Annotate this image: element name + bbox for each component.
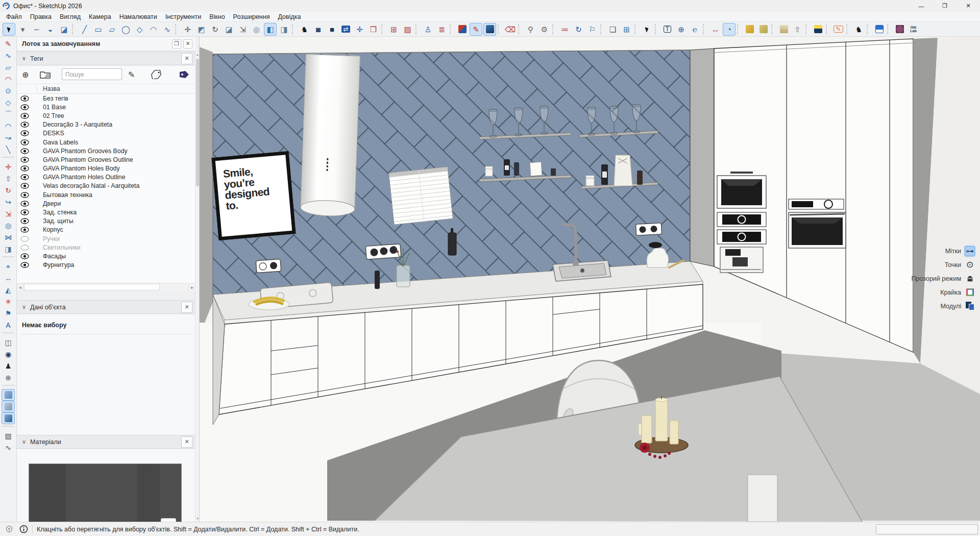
chevron-down-icon[interactable]: ∨	[22, 438, 26, 445]
lefttb-three-point-arc-icon[interactable]: ◠	[2, 120, 15, 132]
tag-row[interactable]: GAVA Phantom Holes Outline	[17, 173, 195, 182]
toolbar-move-extension-icon[interactable]: ✛	[353, 23, 366, 36]
lefttb-move-icon[interactable]: ✛	[2, 161, 15, 173]
tag-row[interactable]: Фурнитура	[17, 261, 195, 270]
rename-tag-icon[interactable]: ✎	[128, 70, 135, 80]
menu-item-6[interactable]: Вікно	[205, 12, 229, 21]
tag-label[interactable]: GAVA Phantom Grooves Outline	[43, 156, 133, 163]
tray-close-icon[interactable]: ✕	[183, 39, 192, 48]
toolbar-draw-edit-extension-icon[interactable]: ✎	[470, 23, 482, 36]
chevron-down-icon[interactable]: ∨	[22, 304, 26, 310]
smile-poster[interactable]: Smile,you’redesignedto.	[211, 151, 296, 241]
lefttb-arc-icon[interactable]: ◠	[2, 73, 15, 85]
overlay-button[interactable]: Прозорий режим	[912, 272, 975, 285]
toolbar-cursor-extension-icon[interactable]	[641, 23, 653, 36]
tag-label[interactable]: GAVA Phantom Holes Outline	[43, 174, 126, 181]
point-icon[interactable]: ⊙	[965, 260, 975, 270]
eye-hidden-icon[interactable]	[20, 245, 31, 251]
chevron-down-icon[interactable]: ∨	[22, 55, 26, 62]
toolbar-box-yellow-2-icon[interactable]	[757, 23, 770, 36]
overlay-button[interactable]: Мітки⊶	[912, 244, 975, 258]
cooker-hood[interactable]	[300, 53, 360, 217]
tag-label[interactable]: Без тегів	[43, 95, 68, 102]
close-button[interactable]: ✕	[957, 0, 980, 12]
materials-close-icon[interactable]: ✕	[181, 436, 192, 448]
menu-item-3[interactable]: Камера	[85, 12, 115, 21]
tag-icon[interactable]	[151, 70, 162, 79]
eye-hidden-icon[interactable]	[20, 236, 31, 242]
tag-label[interactable]: Бытовая техника	[43, 191, 92, 199]
toolbar-giblab-text[interactable]: Gib Lab	[907, 23, 920, 36]
add-tag-icon[interactable]: ⊕	[22, 70, 29, 80]
vscroll-thumb[interactable]	[196, 59, 199, 186]
toolbar-outer-shell-tool-icon[interactable]: ◧	[264, 23, 277, 36]
tag-row[interactable]: 02 Tree	[17, 111, 195, 120]
material-generate-button[interactable]: ✦✦	[161, 518, 176, 522]
spec-sheet[interactable]	[388, 166, 453, 225]
lefttb-smoove-icon[interactable]: ∿	[2, 442, 15, 453]
tag-label[interactable]: Velas decoração Natal - Aarquiteta	[43, 182, 139, 189]
lefttb-back-edges-mode-icon[interactable]	[2, 401, 15, 412]
toolbar-follow-me-tool-icon[interactable]: ◪	[223, 23, 235, 36]
toolbar-wedge-extension-icon[interactable]	[483, 23, 496, 36]
tag-row[interactable]: GAVA Phantom Grooves Outline	[17, 155, 195, 164]
tag-row[interactable]: Светильники	[17, 243, 195, 252]
tag-label[interactable]: GAVA Phantom Holes Body	[43, 165, 120, 172]
edge-icon[interactable]	[965, 287, 975, 298]
toolbar-magpie2-extension-icon[interactable]: ♞	[852, 23, 865, 36]
eye-visible-icon[interactable]	[20, 104, 31, 110]
toolbar-report-extension-icon[interactable]: ≔	[558, 23, 571, 36]
lefttb-text-label-icon[interactable]: ⚑	[2, 307, 15, 319]
lefttb-intersect-icon[interactable]: ◨	[2, 243, 15, 255]
menu-item-4[interactable]: Намалювати	[115, 12, 161, 21]
menu-item-0[interactable]: Файл	[2, 12, 26, 21]
toolbar-layers-extension-icon[interactable]: ■	[326, 23, 338, 36]
lefttb-offset-icon[interactable]: ◎	[2, 220, 15, 231]
wall-oven[interactable]	[789, 199, 846, 248]
toolbar-lift-extension-icon[interactable]: ⇧	[791, 23, 804, 36]
lefttb-pencil-icon[interactable]: ✎	[2, 38, 15, 50]
toolbar-text-tool-icon[interactable]: T	[661, 23, 674, 36]
toolbar-arc-tool-icon[interactable]: ◠	[147, 23, 160, 36]
eye-visible-icon[interactable]	[20, 192, 31, 198]
toolbar-polygon-tool-icon[interactable]: ◇	[133, 23, 146, 36]
menu-item-7[interactable]: Розширення	[229, 12, 274, 21]
tag-row[interactable]: GAVA Phantom Holes Body	[17, 164, 195, 173]
measurements-input[interactable]	[876, 524, 978, 534]
toolbar-rotated-rectangle-tool-icon[interactable]: ▱	[106, 23, 118, 36]
toolbar-settings-gear-icon[interactable]: ⚙	[538, 23, 551, 36]
tags-name-column[interactable]: Назва	[43, 85, 60, 92]
toolbar-intersect-tool-icon[interactable]: ◨	[278, 23, 290, 36]
toolbar-align-extension-icon[interactable]: ≣	[435, 23, 448, 36]
eye-visible-icon[interactable]	[20, 174, 31, 180]
tag-label[interactable]: 01 Base	[43, 104, 66, 111]
tag-label[interactable]: Двери	[43, 200, 61, 207]
toolbar-select-dropdown-icon[interactable]: ▾	[16, 23, 29, 36]
toolbar-orbit-extension-icon[interactable]: ↻	[572, 23, 585, 36]
toolbar-paint-setup-extension-icon[interactable]: ✎	[832, 23, 845, 36]
lefttb-circle-icon[interactable]: ⊙	[2, 85, 15, 96]
eye-visible-icon[interactable]	[20, 183, 31, 189]
overlay-button[interactable]: Точки⊙	[912, 258, 975, 272]
toolbar-tag-extension-icon[interactable]: ⚐	[586, 23, 599, 36]
eye-visible-icon[interactable]	[20, 209, 31, 215]
toolbar-push-pull-tool-icon[interactable]: ◩	[195, 23, 208, 36]
eye-visible-icon[interactable]	[20, 130, 31, 136]
toolbar-rectangle-tool-icon[interactable]: ▭	[92, 23, 105, 36]
lefttb-dimension-icon[interactable]: ↔	[2, 272, 15, 284]
tag-label[interactable]: Фурнитура	[43, 261, 74, 269]
key-icon[interactable]: ⊶	[965, 246, 975, 256]
tag-row[interactable]: Бытовая техника	[17, 190, 195, 199]
toolbar-protractor-extension-icon[interactable]: ◔	[723, 23, 736, 36]
color-by-tag-icon[interactable]	[179, 70, 189, 79]
tray-pin-icon[interactable]: ❐	[172, 39, 181, 48]
lefttb-tape-measure-icon[interactable]: ⌖	[2, 260, 15, 272]
toolbar-add-circle-tool-icon[interactable]: ⊕	[675, 23, 688, 36]
toolbar-crate-extension-icon[interactable]	[777, 23, 790, 36]
lefttb-polygon-icon[interactable]: ◇	[2, 96, 15, 108]
lefttb-follow-me-icon[interactable]: ↪	[2, 196, 15, 208]
toolbar-fluid-extension-icon[interactable]	[873, 23, 886, 36]
tag-label[interactable]: Фасады	[43, 253, 66, 260]
tag-label[interactable]: Зад. стенка	[43, 209, 77, 216]
tag-row[interactable]: Фасады	[17, 252, 195, 260]
